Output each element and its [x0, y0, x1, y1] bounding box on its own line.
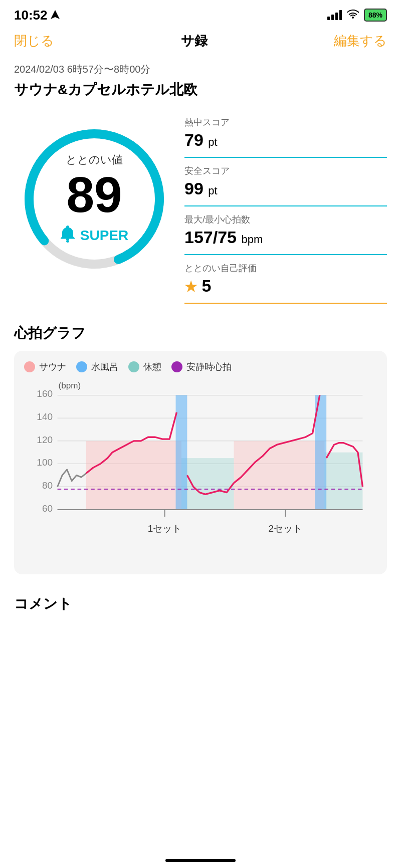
gauge-label: ととのい値: [66, 152, 123, 167]
chart-svg-wrapper: 160 140 120 100 80 60 (bpm): [24, 381, 377, 564]
stat-label-heat: 熱中スコア: [184, 116, 387, 128]
stat-label-safety: 安全スコア: [184, 165, 387, 177]
bg-sauna-2: [234, 441, 325, 510]
stat-unit-safety: pt: [208, 184, 217, 197]
bg-sauna-1: [86, 441, 181, 510]
battery-indicator: 88%: [364, 9, 387, 22]
home-indicator: [165, 859, 236, 862]
pre-sauna-line: [58, 470, 86, 487]
stat-num-safety: 99: [184, 179, 204, 198]
stat-item-heat: 熱中スコア 79 pt: [184, 109, 387, 158]
graph-legend: サウナ 水風呂 休憩 安静時心拍: [24, 361, 377, 373]
y-label-160: 160: [37, 388, 53, 399]
stat-label-self: ととのい自己評価: [184, 262, 387, 274]
legend-label-sauna: サウナ: [39, 361, 66, 373]
comment-section: コメント: [0, 584, 401, 641]
graph-title: 心拍グラフ: [14, 324, 387, 343]
legend-color-resting-hr: [171, 361, 182, 372]
legend-color-rest: [128, 361, 139, 372]
star-count: 5: [202, 276, 211, 295]
legend-rest: 休憩: [128, 361, 161, 373]
stat-unit-hr: bpm: [241, 233, 263, 246]
time-text: 10:52: [14, 8, 48, 23]
stat-label-hr: 最大/最小心拍数: [184, 213, 387, 226]
stat-value-hr: 157/75 bpm: [184, 228, 387, 247]
stat-item-safety: 安全スコア 99 pt: [184, 158, 387, 206]
stat-num-heat: 79: [184, 130, 204, 149]
y-label-100: 100: [37, 457, 53, 468]
stats-panel: 熱中スコア 79 pt 安全スコア 99 pt 最大/最小心拍数 157/75 …: [184, 109, 387, 304]
stat-item-hr: 最大/最小心拍数 157/75 bpm: [184, 206, 387, 255]
heart-rate-chart: 160 140 120 100 80 60 (bpm): [24, 381, 377, 562]
y-axis-unit: (bpm): [59, 381, 81, 390]
bg-rest-1: [181, 458, 234, 510]
y-label-80: 80: [42, 480, 53, 491]
legend-label-resting-hr: 安静時心拍: [186, 361, 232, 373]
stat-value-heat: 79 pt: [184, 130, 387, 150]
y-label-140: 140: [37, 411, 53, 422]
legend-label-cold: 水風呂: [91, 361, 118, 373]
edit-button[interactable]: 編集する: [334, 32, 387, 50]
stat-item-self: ととのい自己評価 ★ 5: [184, 255, 387, 304]
status-time: 10:52: [14, 8, 60, 23]
comment-title: コメント: [14, 594, 387, 613]
stat-value-self: ★ 5: [184, 276, 387, 296]
location-icon: [51, 10, 60, 20]
record-date: 2024/02/03 6時57分〜8時00分: [14, 63, 387, 76]
cold-bar-1: [176, 395, 187, 510]
legend-label-rest: 休憩: [143, 361, 161, 373]
graph-section: 心拍グラフ サウナ 水風呂 休憩 安静時心拍: [0, 319, 401, 584]
close-button[interactable]: 閉じる: [14, 32, 54, 50]
circle-gauge: ととのい値 89 SUPER: [14, 119, 174, 294]
record-header: 2024/02/03 6時57分〜8時00分 サウナ&カプセルホテル北欧: [0, 58, 401, 109]
legend-color-cold: [76, 361, 87, 372]
nav-bar: 閉じる サ録 編集する: [0, 27, 401, 58]
signal-icon: [327, 10, 342, 20]
gauge-value: 89: [66, 169, 123, 220]
bg-rest-2: [324, 453, 362, 510]
y-label-60: 60: [42, 503, 53, 514]
y-label-120: 120: [37, 435, 53, 445]
nav-title: サ録: [181, 32, 208, 50]
status-icons: 88%: [327, 9, 387, 22]
wifi-icon: [347, 10, 359, 21]
status-bar: 10:52 88%: [0, 0, 401, 27]
x-label-set2: 2セット: [269, 523, 303, 534]
legend-cold: 水風呂: [76, 361, 118, 373]
stat-num-hr: 157/75: [184, 228, 237, 247]
gauge-inner: ととのい値 89: [66, 152, 123, 220]
legend-color-sauna: [24, 361, 35, 372]
graph-container: サウナ 水風呂 休憩 安静時心拍 160: [14, 351, 387, 574]
legend-resting-hr: 安静時心拍: [171, 361, 232, 373]
x-label-set1: 1セット: [148, 523, 182, 534]
score-section: ととのい値 89 SUPER 熱中スコア 79 pt 安全スコア 99: [0, 109, 401, 319]
star-icon: ★: [184, 279, 197, 295]
stat-value-safety: 99 pt: [184, 179, 387, 198]
record-name: サウナ&カプセルホテル北欧: [14, 80, 387, 99]
legend-sauna: サウナ: [24, 361, 66, 373]
stat-unit-heat: pt: [208, 136, 217, 148]
